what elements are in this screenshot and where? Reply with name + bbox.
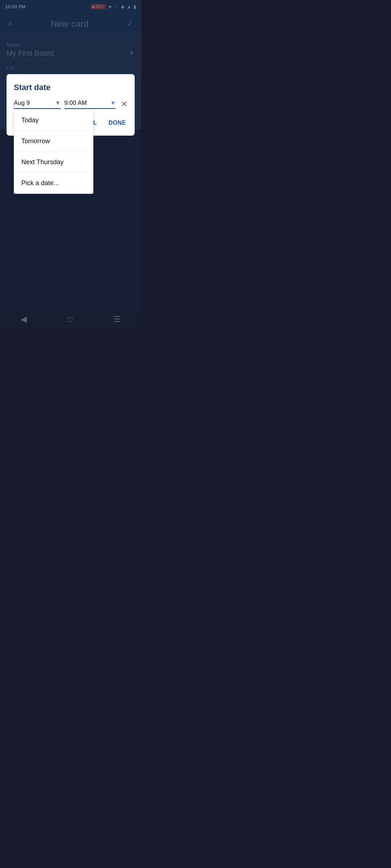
time-dropdown[interactable]: 9:00 AM ▼: [64, 99, 116, 109]
time-dropdown-arrow: ▼: [110, 100, 116, 106]
date-display: Aug 9: [14, 99, 30, 107]
start-date-dialog: Start date Aug 9 ▼ Today Tomorrow Next T…: [7, 74, 135, 136]
option-pick-date[interactable]: Pick a date...: [14, 173, 93, 193]
done-button[interactable]: DONE: [107, 118, 127, 128]
option-today[interactable]: Today: [14, 110, 93, 131]
date-dropdown[interactable]: Aug 9 ▼ Today Tomorrow Next Thursday Pic…: [14, 99, 61, 109]
time-display: 9:00 AM: [64, 99, 87, 107]
option-tomorrow[interactable]: Tomorrow: [14, 131, 93, 152]
option-next-thursday[interactable]: Next Thursday: [14, 152, 93, 173]
dialog-controls-row: Aug 9 ▼ Today Tomorrow Next Thursday Pic…: [14, 99, 127, 109]
dialog-close-button[interactable]: ✕: [121, 99, 127, 109]
date-dropdown-menu: Today Tomorrow Next Thursday Pick a date…: [14, 110, 93, 194]
dialog-title: Start date: [14, 83, 127, 92]
date-dropdown-arrow: ▼: [55, 100, 61, 106]
